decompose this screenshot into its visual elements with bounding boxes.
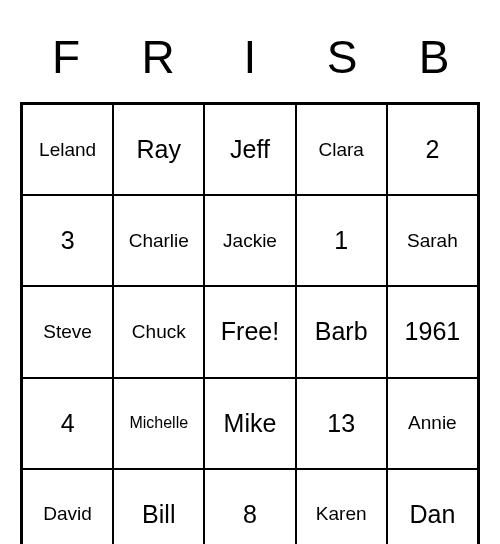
bingo-cell-2-1[interactable]: Chuck [113, 286, 204, 377]
header-col-1: R [112, 20, 204, 102]
bingo-cell-3-1[interactable]: Michelle [113, 378, 204, 469]
bingo-card: F R I S B LelandRayJeffClara23CharlieJac… [20, 20, 480, 544]
bingo-cell-4-0[interactable]: David [22, 469, 113, 544]
bingo-cell-0-4[interactable]: 2 [387, 104, 478, 195]
bingo-cell-2-0[interactable]: Steve [22, 286, 113, 377]
bingo-cell-0-3[interactable]: Clara [296, 104, 387, 195]
bingo-cell-0-1[interactable]: Ray [113, 104, 204, 195]
bingo-cell-1-3[interactable]: 1 [296, 195, 387, 286]
bingo-cell-1-2[interactable]: Jackie [204, 195, 295, 286]
header-col-4: B [388, 20, 480, 102]
bingo-cell-3-3[interactable]: 13 [296, 378, 387, 469]
bingo-cell-0-2[interactable]: Jeff [204, 104, 295, 195]
bingo-cell-2-4[interactable]: 1961 [387, 286, 478, 377]
bingo-cell-4-4[interactable]: Dan [387, 469, 478, 544]
bingo-cell-1-0[interactable]: 3 [22, 195, 113, 286]
bingo-cell-3-0[interactable]: 4 [22, 378, 113, 469]
bingo-cell-4-3[interactable]: Karen [296, 469, 387, 544]
bingo-cell-2-2[interactable]: Free! [204, 286, 295, 377]
bingo-cell-1-4[interactable]: Sarah [387, 195, 478, 286]
header-col-3: S [296, 20, 388, 102]
header-row: F R I S B [20, 20, 480, 102]
bingo-cell-4-2[interactable]: 8 [204, 469, 295, 544]
bingo-cell-1-1[interactable]: Charlie [113, 195, 204, 286]
bingo-cell-2-3[interactable]: Barb [296, 286, 387, 377]
header-col-0: F [20, 20, 112, 102]
header-col-2: I [204, 20, 296, 102]
bingo-cell-3-2[interactable]: Mike [204, 378, 295, 469]
bingo-cell-0-0[interactable]: Leland [22, 104, 113, 195]
bingo-cell-3-4[interactable]: Annie [387, 378, 478, 469]
bingo-cell-4-1[interactable]: Bill [113, 469, 204, 544]
bingo-grid: LelandRayJeffClara23CharlieJackie1SarahS… [20, 102, 480, 544]
